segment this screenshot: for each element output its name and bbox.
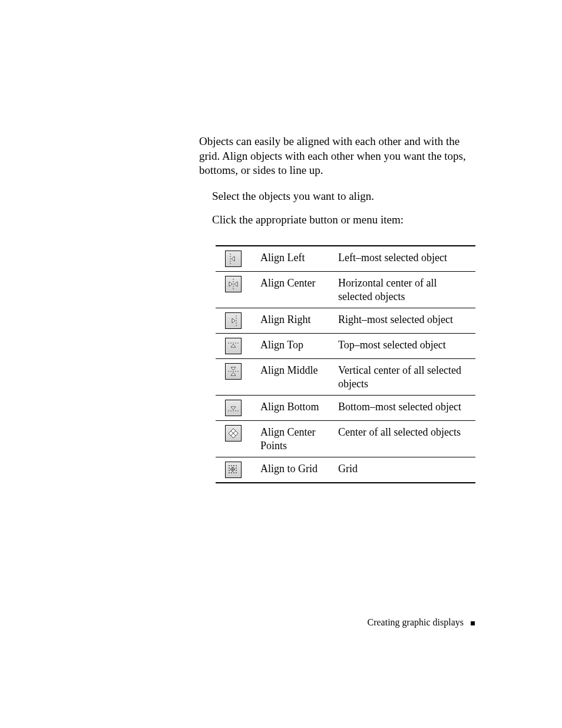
align-desc: Left–most selected object xyxy=(338,246,475,269)
align-center-points-icon[interactable] xyxy=(225,425,242,442)
align-desc: Center of all selected objects xyxy=(338,421,475,444)
table-row: Align Left Left–most selected object xyxy=(216,246,475,271)
align-name: Align Right xyxy=(260,308,338,331)
step-1: Select the objects you want to align. xyxy=(199,189,475,204)
align-top-icon[interactable] xyxy=(225,338,242,354)
align-name: Align Middle xyxy=(260,359,338,382)
svg-marker-13 xyxy=(231,407,236,410)
svg-marker-10 xyxy=(231,367,236,370)
page-footer: Creating graphic displays xyxy=(0,617,475,628)
align-middle-icon[interactable] xyxy=(225,363,242,380)
footer-bullet-icon xyxy=(471,621,475,625)
alignment-table: Align Left Left–most selected object Ali… xyxy=(216,245,475,483)
step-2: Click the appropriate button or menu ite… xyxy=(199,212,475,228)
svg-marker-4 xyxy=(234,282,237,286)
table-row: Align Center Points Center of all select… xyxy=(216,420,475,457)
svg-marker-3 xyxy=(229,282,232,286)
svg-marker-11 xyxy=(231,373,236,375)
align-name: Align Center Points xyxy=(260,421,338,457)
table-row: Align Center Horizontal center of all se… xyxy=(216,271,475,308)
svg-point-21 xyxy=(236,465,237,466)
align-name: Align Center xyxy=(260,272,338,295)
align-desc: Horizontal center of all selected object… xyxy=(338,272,475,308)
table-row: Align Bottom Bottom–most selected object xyxy=(216,395,475,420)
table-row: Align Top Top–most selected object xyxy=(216,333,475,358)
svg-marker-1 xyxy=(232,256,234,261)
align-name: Align Left xyxy=(260,246,338,269)
svg-point-20 xyxy=(233,465,234,466)
svg-point-25 xyxy=(236,470,237,471)
table-row: Align Right Right–most selected object xyxy=(216,308,475,333)
align-desc: Right–most selected object xyxy=(338,308,475,331)
svg-point-28 xyxy=(233,472,234,473)
svg-point-27 xyxy=(231,472,232,473)
align-left-icon[interactable] xyxy=(225,251,242,267)
align-name: Align Bottom xyxy=(260,396,338,419)
svg-point-24 xyxy=(229,470,230,471)
svg-marker-6 xyxy=(232,318,235,323)
svg-marker-8 xyxy=(231,344,236,347)
align-name: Align Top xyxy=(260,334,338,357)
footer-text: Creating graphic displays xyxy=(367,617,464,627)
align-desc: Top–most selected object xyxy=(338,334,475,357)
svg-point-18 xyxy=(229,465,230,466)
svg-point-22 xyxy=(229,467,230,469)
align-to-grid-icon[interactable] xyxy=(225,462,242,478)
table-row: Align to Grid Grid xyxy=(216,457,475,482)
svg-point-26 xyxy=(229,472,230,473)
align-desc: Grid xyxy=(338,457,475,480)
intro-paragraph: Objects can easily be aligned with each … xyxy=(199,134,475,178)
align-name: Align to Grid xyxy=(260,457,338,480)
svg-point-19 xyxy=(231,465,232,466)
svg-point-29 xyxy=(236,472,237,473)
align-desc: Vertical center of all selected objects xyxy=(338,359,475,395)
svg-point-23 xyxy=(236,467,237,469)
align-center-icon[interactable] xyxy=(225,276,242,292)
table-row: Align Middle Vertical center of all sele… xyxy=(216,358,475,395)
align-desc: Bottom–most selected object xyxy=(338,396,475,419)
align-right-icon[interactable] xyxy=(225,312,242,329)
align-bottom-icon[interactable] xyxy=(225,400,242,416)
